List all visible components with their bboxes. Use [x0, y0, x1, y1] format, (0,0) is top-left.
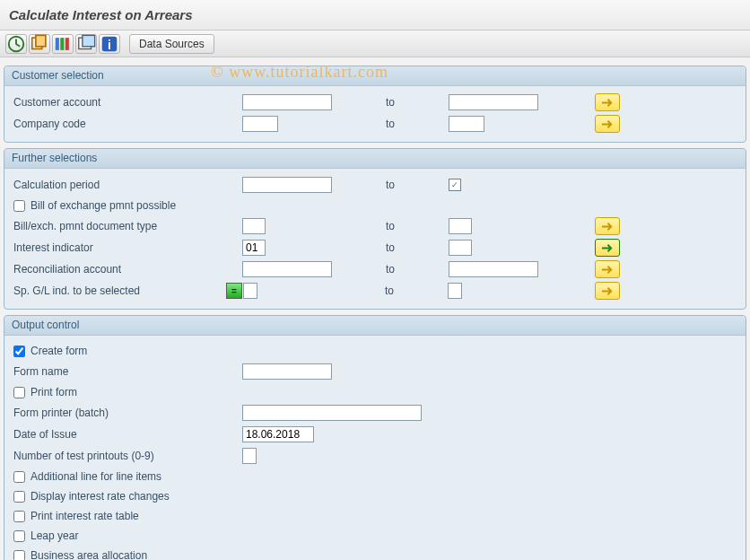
input-company-code-from[interactable] [242, 116, 278, 132]
selection-button[interactable] [75, 34, 97, 54]
get-variant-button[interactable] [29, 34, 50, 54]
label-form-name: Form name [13, 365, 242, 378]
input-customer-account-to[interactable] [449, 94, 538, 110]
arrow-right-icon [601, 118, 615, 130]
label-num-test: Number of test printouts (0-9) [13, 450, 242, 462]
multiple-selection-recon-account[interactable] [595, 260, 620, 278]
checkbox-bus-area[interactable] [13, 550, 25, 561]
label-form-printer: Form printer (batch) [13, 407, 242, 419]
date-help-icon[interactable]: ✓ [449, 179, 461, 191]
label-customer-account: Customer account [13, 96, 242, 109]
clock-execute-icon [6, 34, 26, 54]
label-to: to [331, 284, 448, 297]
label-interest-indicator: Interest indicator [13, 241, 242, 254]
execute-button[interactable] [5, 34, 27, 54]
title-bar: Calculate Interest on Arrears [0, 0, 750, 31]
multiple-selection-customer-account[interactable] [595, 93, 620, 111]
group-output-control: Output control Create form Form name Pri… [4, 315, 746, 560]
label-to: to [332, 179, 449, 191]
input-customer-account-from[interactable] [242, 94, 332, 110]
input-num-test[interactable] [242, 448, 257, 464]
label-to: to [332, 220, 449, 232]
data-sources-button[interactable]: Data Sources [129, 34, 214, 54]
page-title: Calculate Interest on Arrears [9, 7, 193, 22]
label-to: to [332, 241, 449, 254]
label-company-code: Company code [13, 118, 242, 130]
multiple-selection-company-code[interactable] [595, 115, 620, 133]
input-form-printer[interactable] [242, 405, 422, 421]
label-boe-possible: Bill of exchange pmnt possible [31, 199, 176, 212]
input-form-name[interactable] [242, 363, 332, 380]
goto-button[interactable] [52, 34, 74, 54]
group-further-selections: Further selections Calculation period to… [4, 148, 746, 310]
checkbox-print-form[interactable] [13, 387, 25, 398]
input-interest-indicator-from[interactable] [242, 240, 266, 256]
label-print-rate-table: Print interest rate table [31, 510, 139, 522]
label-addl-line: Additional line for line items [31, 470, 161, 483]
label-to: to [332, 96, 449, 109]
label-sp-gl: Sp. G/L ind. to be selected [13, 284, 226, 297]
input-boe-doctype-to[interactable] [449, 218, 472, 234]
svg-rect-3 [56, 38, 59, 50]
arrow-right-icon [601, 264, 615, 276]
label-recon-account: Reconciliation account [13, 263, 242, 276]
label-disp-rate-changes: Display interest rate changes [31, 490, 170, 503]
label-to: to [332, 118, 449, 130]
svg-text:i: i [108, 38, 111, 51]
checkbox-disp-rate-changes[interactable] [13, 491, 25, 503]
checkbox-leap-year[interactable] [13, 530, 25, 542]
checkbox-print-rate-table[interactable] [13, 511, 25, 522]
content-area: Customer selection Customer account to C… [0, 57, 750, 560]
group-customer-selection: Customer selection Customer account to C… [4, 66, 746, 143]
input-sp-gl-to[interactable] [448, 283, 462, 299]
svg-rect-4 [60, 38, 64, 50]
value-help-sp-gl[interactable]: = [226, 283, 242, 299]
label-bus-area: Business area allocation [31, 549, 147, 560]
label-to: to [332, 263, 449, 276]
svg-rect-2 [36, 35, 46, 46]
group-title-output: Output control [4, 316, 746, 336]
input-company-code-to[interactable] [449, 116, 484, 132]
info-icon: i [100, 34, 119, 54]
selection-icon [76, 34, 96, 54]
checkbox-addl-line[interactable] [13, 471, 25, 483]
label-print-form: Print form [31, 386, 77, 398]
checkbox-create-form[interactable] [13, 346, 25, 357]
arrow-right-icon [601, 285, 615, 297]
arrow-right-icon [601, 97, 615, 109]
input-recon-account-to[interactable] [449, 261, 538, 277]
input-boe-doctype-from[interactable] [242, 218, 266, 234]
label-calc-period: Calculation period [13, 179, 242, 191]
input-recon-account-from[interactable] [242, 261, 332, 277]
svg-rect-5 [65, 38, 69, 50]
group-title-customer: Customer selection [4, 66, 746, 86]
checkbox-boe-possible[interactable] [13, 200, 25, 212]
equals-icon: = [231, 286, 237, 296]
label-boe-doctype: Bill/exch. pmnt document type [13, 220, 242, 232]
label-date-of-issue: Date of Issue [13, 428, 242, 441]
multiple-selection-sp-gl[interactable] [595, 282, 620, 300]
application-toolbar: i Data Sources [0, 31, 750, 57]
svg-rect-7 [83, 35, 95, 46]
label-create-form: Create form [31, 345, 87, 357]
arrow-right-active-icon [601, 242, 615, 254]
label-leap-year: Leap year [31, 529, 78, 542]
arrow-right-icon [601, 221, 615, 232]
input-interest-indicator-to[interactable] [449, 240, 472, 256]
variant-icon [30, 34, 49, 54]
multiple-selection-interest-indicator[interactable] [595, 239, 620, 257]
info-button[interactable]: i [99, 34, 120, 54]
multiple-selection-boe-doctype[interactable] [595, 217, 620, 235]
data-sources-label: Data Sources [139, 38, 205, 50]
group-title-further: Further selections [4, 149, 746, 169]
input-date-of-issue[interactable] [242, 426, 314, 442]
input-sp-gl-from[interactable] [243, 283, 257, 299]
input-calc-period-from[interactable] [242, 177, 332, 193]
columns-icon [53, 34, 73, 54]
